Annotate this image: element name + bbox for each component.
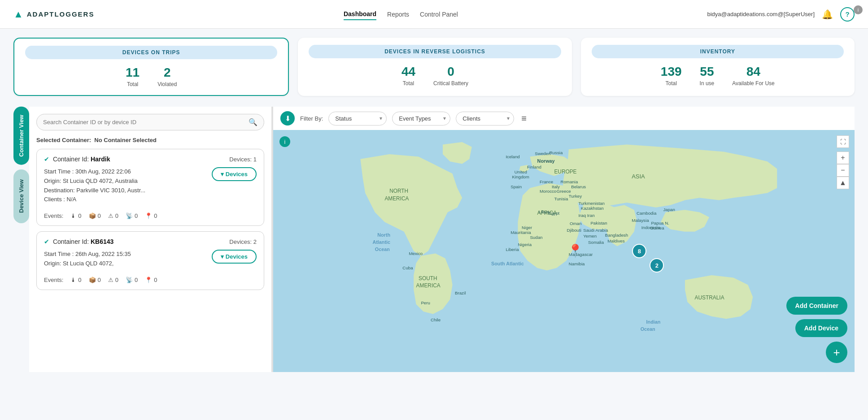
svg-text:Japan: Japan (663, 207, 675, 212)
svg-text:Romania: Romania (560, 179, 578, 184)
tab-container-view[interactable]: Container View (13, 107, 29, 165)
svg-text:Mauritania: Mauritania (510, 230, 531, 235)
map-info-icon[interactable]: i (279, 136, 290, 147)
svg-text:Sweden: Sweden (535, 151, 550, 156)
fab-plus-button[interactable]: + (826, 342, 847, 363)
event-box-2: 📦 0 (89, 277, 101, 283)
svg-text:Niger: Niger (522, 225, 532, 230)
stat-violated-trips-number: 2 (157, 65, 177, 80)
tab-device-view[interactable]: Device View (13, 169, 29, 223)
main-content: DEVICES ON TRIPS 11 Total 2 Violated DEV… (0, 29, 868, 381)
svg-text:Guinea: Guinea (650, 225, 664, 230)
stats-row: DEVICES ON TRIPS 11 Total 2 Violated DEV… (13, 38, 855, 96)
stat-inuse-inventory: 55 In use (700, 65, 715, 87)
svg-text:Namibia: Namibia (569, 261, 585, 266)
map-cluster-8[interactable]: 8 (632, 244, 646, 258)
svg-text:Indian: Indian (646, 319, 661, 325)
container-info-2: Start Time : 26th Aug, 2022 15:35 Origin… (44, 250, 131, 268)
stat-values-reverse: 44 Total 0 Critical Battery (309, 65, 561, 87)
stat-values-trips: 11 Total 2 Violated (25, 65, 277, 88)
svg-text:Norway: Norway (537, 158, 555, 164)
bell-icon[interactable]: 🔔 (822, 9, 833, 20)
svg-text:Bangladesh: Bangladesh (605, 233, 628, 238)
expand-map-button[interactable]: ⛶ (837, 135, 849, 148)
svg-text:Papua N.: Papua N. (651, 221, 669, 225)
svg-text:Iceland: Iceland (506, 154, 519, 159)
svg-text:South Atlantic: South Atlantic (491, 261, 524, 266)
event-location-1: 📍 0 (145, 212, 157, 219)
stat-violated-trips: 2 Violated (157, 65, 177, 88)
map-container[interactable]: NORTH AMERICA SOUTH AMERICA ASIA AFRICA … (273, 130, 855, 372)
svg-text:Brazil: Brazil (455, 290, 466, 295)
svg-text:North: North (377, 232, 390, 238)
container-info-1: Start Time : 30th Aug, 2022 22:06 Origin… (44, 167, 145, 204)
search-icon: 🔍 (249, 118, 257, 126)
nav-dashboard[interactable]: Dashboard (344, 9, 376, 20)
search-input[interactable] (43, 119, 249, 126)
stat-total-inventory: 139 Total (661, 65, 682, 87)
help-button[interactable]: ? (840, 7, 855, 22)
svg-text:Turkey: Turkey (569, 194, 582, 199)
svg-text:Pakistan: Pakistan (590, 221, 607, 225)
filter-event-types-select[interactable]: Event Types Temperature Location (392, 112, 450, 126)
map-section: ⬇ Filter By: Status Active Inactive ▾ Ev… (273, 107, 855, 372)
stat-card-title-reverse: DEVICES IN REVERSE LOGISTICS (309, 45, 561, 58)
stat-inuse-inventory-label: In use (700, 80, 715, 87)
clients-1: Clients : N/A (44, 195, 145, 204)
devices-button-2[interactable]: ▾ Devices (212, 250, 257, 264)
svg-text:Maldives: Maldives (607, 238, 624, 243)
stat-card-title-inventory: INVENTORY (592, 45, 844, 58)
map-toolbar: ⬇ Filter By: Status Active Inactive ▾ Ev… (273, 107, 855, 130)
add-container-button[interactable]: Add Container (786, 297, 847, 315)
map-controls: ⛶ + − ▲ (837, 135, 849, 189)
svg-text:Kazakhstan: Kazakhstan (581, 206, 604, 211)
logo-icon: ▲ (13, 9, 23, 20)
nav-reports[interactable]: Reports (387, 9, 409, 20)
event-signal-1: 📡 0 (126, 212, 138, 219)
stat-inuse-inventory-number: 55 (700, 65, 715, 79)
add-device-button[interactable]: Add Device (795, 319, 847, 337)
svg-text:NORTH: NORTH (389, 188, 408, 194)
stat-total-reverse-label: Total (403, 80, 414, 87)
filter-status-wrapper: Status Active Inactive ▾ (328, 112, 387, 126)
menu-icon[interactable]: ≡ (521, 113, 527, 124)
svg-text:Peru: Peru (421, 300, 430, 305)
start-time-2: Start Time : 26th Aug, 2022 15:35 (44, 250, 131, 259)
stat-total-reverse-number: 44 (401, 65, 415, 79)
svg-text:Spain: Spain (510, 184, 522, 189)
svg-text:Liberia: Liberia (506, 247, 519, 252)
events-row-1: Events: 🌡 0 📦 0 ⚠ 0 📡 0 📍 0 (44, 212, 257, 219)
event-location-2: 📍 0 (145, 277, 157, 283)
check-icon-1: ✔ (44, 156, 49, 163)
map-pin-africa[interactable]: 📍 (567, 243, 583, 258)
stat-values-inventory: 139 Total 55 In use 84 Available For Use (592, 65, 844, 87)
chevron-down-icon: ▾ (221, 171, 224, 178)
svg-text:Djibouti: Djibouti (567, 228, 581, 233)
filter-clients-select[interactable]: Clients Client A Client B (456, 112, 514, 126)
svg-text:Cuba: Cuba (402, 265, 413, 270)
map-cluster-2[interactable]: 2 (650, 258, 664, 273)
container-id-name-2: KB6143 (91, 238, 113, 245)
zoom-in-button[interactable]: + (837, 152, 849, 164)
zoom-out-button[interactable]: − (837, 164, 849, 177)
devices-button-1[interactable]: ▾ Devices (212, 167, 257, 181)
download-button[interactable]: ⬇ (280, 111, 295, 126)
filter-label: Filter By: (300, 115, 323, 122)
events-label-1: Events: (44, 212, 63, 219)
selected-container-prefix: Selected Container: (36, 137, 91, 143)
svg-text:SOUTH: SOUTH (419, 275, 437, 281)
recenter-button[interactable]: ▲ (837, 177, 849, 189)
event-box-1: 📦 0 (89, 212, 101, 219)
svg-text:Belarus: Belarus (571, 184, 586, 189)
svg-text:Atlantic: Atlantic (372, 239, 390, 245)
selected-container-value: No Container Selected (94, 137, 157, 143)
filter-status-select[interactable]: Status Active Inactive (328, 112, 387, 126)
info-icon[interactable]: i (854, 5, 863, 14)
event-warning-1: ⚠ 0 (108, 212, 118, 219)
container-card-hardik: ✔ Container Id: Hardik Devices: 1 Start … (36, 149, 264, 226)
logo: ▲ ADAPTLOGGERS (13, 9, 94, 20)
left-panel: 🔍 Selected Container: No Container Selec… (29, 107, 271, 372)
nav-control-panel[interactable]: Control Panel (420, 9, 458, 20)
svg-text:Iraq: Iraq (578, 213, 586, 218)
stat-total-inventory-number: 139 (661, 65, 682, 79)
